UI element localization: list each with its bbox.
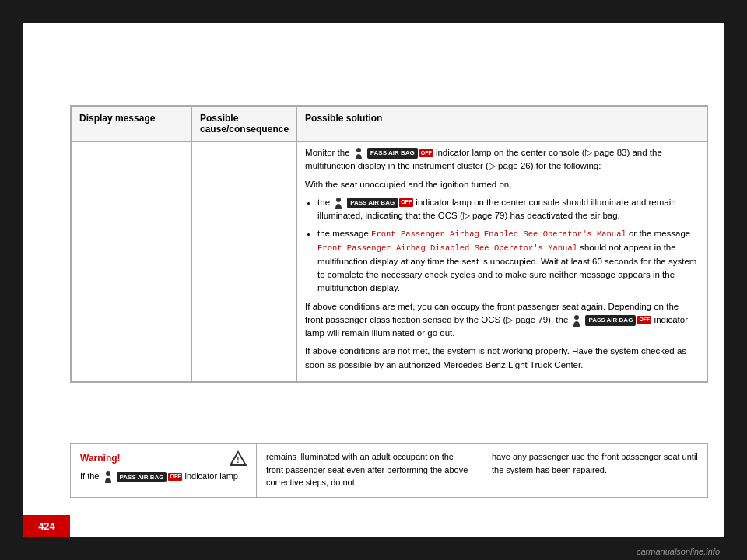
- solution-para-1: Monitor the PASS AIR BAG OFF indicator l…: [305, 146, 699, 173]
- warning-triangle-icon: !: [230, 450, 247, 466]
- bullet-1: the PASS AIR BAG OFF indicator lamp on t…: [317, 196, 699, 223]
- svg-point-5: [106, 471, 110, 476]
- solution-para-3: If above conditions are met, you can occ…: [305, 300, 699, 341]
- cell-display-message: [72, 142, 192, 382]
- code-message-2: Front Passenger Airbag Disabled See Oper…: [317, 243, 577, 253]
- warning-box: Warning! ! If the PASS AIR BAG OFF indic…: [70, 443, 257, 498]
- svg-point-0: [356, 148, 361, 152]
- continuation-text-1: remains illuminated with an adult occupa…: [266, 450, 472, 489]
- col-header-solution: Possible solution: [297, 107, 707, 142]
- svg-text:!: !: [237, 456, 239, 464]
- main-content: Display message Possible cause/consequen…: [23, 89, 724, 537]
- airbag-icon-warning: PASS AIR BAG OFF: [102, 471, 183, 483]
- pass-air-bag-warning: PASS AIR BAG: [117, 472, 167, 482]
- col-header-display: Display message: [72, 107, 192, 142]
- off-label-3: OFF: [637, 316, 651, 324]
- solution-para-4: If above conditions are not met, the sys…: [305, 345, 699, 372]
- watermark: carmanualsonline.info: [637, 547, 720, 556]
- continuation-text-2: have any passenger use the front passeng…: [492, 450, 698, 476]
- cell-solution: Monitor the PASS AIR BAG OFF indicator l…: [297, 142, 707, 382]
- airbag-icon-2: PASS AIR BAG OFF: [332, 197, 413, 209]
- table-row: Monitor the PASS AIR BAG OFF indicator l…: [72, 142, 707, 382]
- off-label-2: OFF: [399, 198, 413, 207]
- warning-section: Warning! ! If the PASS AIR BAG OFF indic…: [70, 443, 708, 498]
- airbag-icon-3: PASS AIR BAG OFF: [570, 314, 651, 327]
- solution-para-2: With the seat unoccupied and the ignitio…: [305, 178, 699, 191]
- page-number: 424: [23, 515, 70, 537]
- airbag-icon-1: PASS AIR BAG OFF: [352, 147, 433, 159]
- pass-air-bag-label-3: PASS AIR BAG: [585, 315, 636, 326]
- continuation-box-2: have any passenger use the front passeng…: [482, 443, 708, 498]
- pass-air-bag-label-2: PASS AIR BAG: [347, 198, 398, 208]
- svg-point-1: [336, 198, 341, 202]
- col-header-cause: Possible cause/consequence: [192, 107, 297, 142]
- off-label: OFF: [419, 149, 433, 158]
- pass-air-bag-label: PASS AIR BAG: [367, 148, 418, 159]
- svg-point-2: [574, 315, 579, 320]
- off-label-warning: OFF: [168, 473, 182, 481]
- cell-cause: [192, 142, 297, 382]
- warning-header: Warning! !: [80, 450, 247, 466]
- warning-content: If the PASS AIR BAG OFF indicator lamp: [80, 471, 247, 483]
- warning-label: Warning!: [80, 453, 121, 464]
- bullet-2: the message Front Passenger Airbag Enabl…: [317, 227, 699, 295]
- continuation-box-1: remains illuminated with an adult occupa…: [257, 443, 482, 498]
- content-table: Display message Possible cause/consequen…: [70, 105, 708, 383]
- code-message-1: Front Passenger Airbag Enabled See Opera…: [371, 229, 626, 239]
